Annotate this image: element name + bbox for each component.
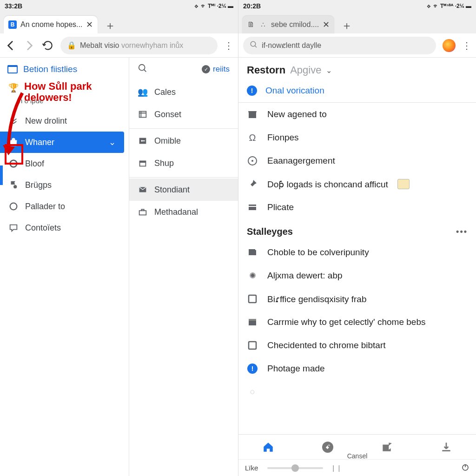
setting-truncated[interactable]: ○ bbox=[238, 380, 476, 403]
setting-birffice[interactable]: Biɾffice gendisqxisity frab bbox=[238, 287, 476, 311]
mid-item-shup[interactable]: Shup bbox=[129, 152, 238, 174]
setting-label: Doƥ logads is choncand afficut bbox=[267, 179, 388, 190]
mid-top-bar: reiits bbox=[129, 58, 238, 81]
setting-plicate[interactable]: Plicate bbox=[238, 196, 476, 219]
sidebar-item-trophy[interactable]: 🏆 bbox=[0, 81, 129, 94]
section-title: Stalleyges bbox=[247, 226, 293, 237]
more-icon[interactable]: ••• bbox=[456, 227, 468, 237]
key-square-icon bbox=[138, 136, 148, 146]
setting-photage[interactable]: ! Photage made bbox=[238, 357, 476, 380]
wallet-icon bbox=[247, 247, 258, 258]
favicon-b-icon: B bbox=[8, 20, 17, 29]
svg-rect-21 bbox=[249, 342, 256, 349]
mid-item-label: Methadanal bbox=[154, 207, 198, 217]
menu-button[interactable]: ⋮ bbox=[462, 40, 471, 51]
mid-item-cales[interactable]: 👥 Cales bbox=[129, 81, 238, 103]
card-icon bbox=[247, 202, 258, 213]
nav-key[interactable]: ꗃ bbox=[322, 441, 334, 453]
onal-vorication-link[interactable]: ! Onal vorication bbox=[238, 81, 476, 103]
search-bar[interactable]: if-nowȼlentt daylle bbox=[243, 37, 436, 54]
sidebar-item-label: Brügps bbox=[25, 180, 52, 190]
mid-item-omible[interactable]: Omible bbox=[129, 130, 238, 152]
footer-bar: Lïke | | bbox=[238, 459, 476, 476]
back-button[interactable] bbox=[5, 40, 17, 52]
mid-item-gonset[interactable]: Gonset bbox=[129, 103, 238, 126]
close-icon[interactable]: ✕ bbox=[323, 20, 330, 30]
close-icon[interactable]: ✕ bbox=[86, 20, 93, 30]
sidebar-item-label: h o ipue bbox=[19, 97, 43, 105]
firefox-icon[interactable] bbox=[443, 39, 456, 52]
reiits-label: reiits bbox=[213, 65, 230, 74]
setting-eaanagergement[interactable]: Eaanagergement bbox=[238, 149, 476, 172]
mid-item-stondiant[interactable]: Stondiant bbox=[129, 178, 238, 201]
pause-icon[interactable]: | | bbox=[332, 464, 341, 472]
zoom-slider[interactable] bbox=[267, 467, 323, 469]
reiits-badge[interactable]: reiits bbox=[202, 65, 230, 74]
left-content: Betion fiistlies How Sůll park delowers!… bbox=[0, 58, 238, 476]
svg-rect-20 bbox=[249, 319, 256, 321]
mail-icon bbox=[138, 185, 148, 195]
sidebar-item-label: Pallader to bbox=[25, 202, 65, 212]
svg-point-3 bbox=[139, 65, 145, 71]
setting-label: Biɾffice gendisqxisity frab bbox=[267, 294, 366, 304]
new-tab-button[interactable]: ＋ bbox=[339, 18, 355, 33]
svg-point-2 bbox=[10, 203, 17, 210]
bottom-nav: ꗃ Cansel bbox=[238, 434, 476, 459]
new-tab-button[interactable]: ＋ bbox=[102, 18, 118, 33]
forward-button[interactable] bbox=[23, 40, 35, 52]
circle-icon bbox=[8, 159, 19, 169]
setting-fionpes[interactable]: Ω Fionpes bbox=[238, 126, 476, 149]
pin-icon bbox=[247, 178, 258, 190]
people-icon: 👥 bbox=[138, 87, 148, 97]
svg-point-0 bbox=[10, 160, 17, 167]
svg-rect-16 bbox=[249, 250, 256, 255]
sidebar-item-new-drolint[interactable]: New drolint bbox=[0, 110, 129, 132]
setting-label: Fionpes bbox=[267, 132, 299, 143]
browser-tab[interactable]: 🗎 ⛬ sebe cmilod.... ✕ bbox=[242, 16, 334, 33]
window-icon bbox=[7, 65, 18, 73]
svg-rect-10 bbox=[139, 211, 146, 215]
nav-home[interactable] bbox=[262, 441, 274, 453]
setting-carrmie[interactable]: Carrmie why to get celectly' chome bebs bbox=[238, 311, 476, 334]
like-label[interactable]: Lïke bbox=[245, 464, 258, 472]
power-icon[interactable] bbox=[461, 463, 469, 473]
sidebar-list: 🏆 h o ipue New drolint Whaner ⌄ Bloof bbox=[0, 81, 129, 243]
tab-strip: 🗎 ⛬ sebe cmilod.... ✕ ＋ bbox=[238, 12, 476, 33]
setting-new-agened[interactable]: New agened to bbox=[238, 103, 476, 126]
svg-point-6 bbox=[141, 140, 143, 142]
circle-outline-icon bbox=[8, 201, 19, 212]
sidebar: Betion fiistlies How Sůll park delowers!… bbox=[0, 58, 129, 476]
setting-checidented[interactable]: Checidented to chrome bibtart bbox=[238, 334, 476, 357]
search-icon bbox=[250, 40, 258, 51]
sidebar-item-contoiets[interactable]: Contoïets bbox=[0, 217, 129, 238]
sidebar-header[interactable]: Betion fiistlies bbox=[0, 58, 129, 81]
sidebar-item-whaner[interactable]: Whaner ⌄ bbox=[0, 132, 124, 153]
chevrons-down-icon bbox=[8, 116, 19, 126]
nav-download[interactable] bbox=[440, 441, 452, 453]
setting-choble[interactable]: Choble to be colveripunity bbox=[238, 241, 476, 264]
address-bar[interactable]: 🔒 Mebalt visio vornewhyham inůx bbox=[60, 37, 218, 54]
cancel-label[interactable]: Cansel bbox=[347, 452, 368, 460]
sidebar-item-pallader[interactable]: Pallader to bbox=[0, 196, 129, 217]
search-icon[interactable] bbox=[138, 63, 148, 75]
sidebar-item-ipue[interactable]: h o ipue bbox=[0, 94, 129, 110]
reload-button[interactable] bbox=[42, 40, 54, 52]
sidebar-item-label: Contoïets bbox=[25, 223, 61, 233]
svg-rect-4 bbox=[139, 112, 146, 118]
nav-share[interactable] bbox=[381, 441, 393, 453]
checkbox-empty-icon bbox=[247, 340, 258, 351]
mid-item-label: Omible bbox=[154, 136, 181, 146]
browser-tab[interactable]: B An cnome hopes... ✕ bbox=[4, 16, 98, 33]
page-heading[interactable]: Restorn Apgive ⌄ bbox=[238, 58, 476, 81]
svg-rect-14 bbox=[249, 205, 256, 210]
menu-button[interactable]: ⋮ bbox=[224, 40, 233, 51]
sidebar-item-brugps[interactable]: Brügps bbox=[0, 174, 129, 196]
info-badge-icon: ! bbox=[247, 86, 257, 96]
info-circle-icon: ! bbox=[247, 363, 258, 374]
gear-burst-icon: ✺ bbox=[247, 270, 258, 281]
setting-aljxma[interactable]: ✺ Aljxma dewert: abp bbox=[238, 264, 476, 287]
setting-dop-logads[interactable]: Doƥ logads is choncand afficut bbox=[238, 172, 476, 196]
sidebar-item-bloof[interactable]: Bloof bbox=[0, 153, 129, 174]
setting-label: Eaanagergement bbox=[267, 156, 335, 166]
mid-item-methadanal[interactable]: Methadanal bbox=[129, 201, 238, 223]
